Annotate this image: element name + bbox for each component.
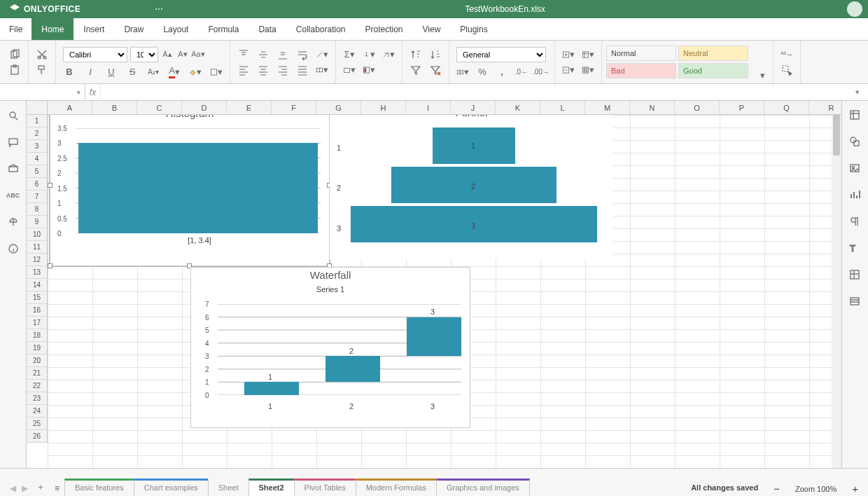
font-name[interactable]: Calibri — [63, 47, 127, 62]
chart-waterfall[interactable]: Waterfall Series 1 7 6 5 4 3 2 1 0 — [190, 267, 470, 428]
comments-icon[interactable] — [7, 136, 20, 149]
col-I[interactable]: I — [406, 101, 451, 114]
row-16[interactable]: 16 — [27, 304, 47, 317]
scroll-thumb[interactable] — [833, 113, 840, 156]
expand-formula-icon[interactable]: ▾ — [855, 88, 865, 97]
style-normal[interactable]: Normal — [606, 46, 676, 61]
comma-icon[interactable]: , — [496, 67, 508, 78]
col-M[interactable]: M — [585, 101, 630, 114]
col-Q[interactable]: Q — [764, 101, 809, 114]
more-icon[interactable]: ⋯ — [155, 4, 163, 14]
zoom-label[interactable]: Zoom 100% — [795, 485, 836, 493]
align-top-icon[interactable] — [237, 49, 250, 60]
currency-icon[interactable]: ▾ — [456, 67, 469, 78]
orientation-icon[interactable]: ▾ — [316, 49, 328, 60]
sum-icon[interactable]: Σ▾ — [343, 49, 356, 60]
dec-more-icon[interactable]: .00→ — [535, 67, 547, 78]
row-10[interactable]: 10 — [27, 228, 47, 241]
row-26[interactable]: 26 — [27, 430, 47, 443]
filter-clear-icon[interactable] — [429, 64, 442, 76]
shape-settings-icon[interactable] — [849, 136, 862, 149]
col-O[interactable]: O — [675, 101, 720, 114]
sheet-tab[interactable]: Chart examples — [134, 478, 209, 496]
format-cells-icon[interactable]: ▾ — [582, 64, 594, 76]
subsup-icon[interactable]: A₂▾ — [147, 67, 160, 78]
merge-icon[interactable]: ▾ — [316, 64, 328, 76]
change-case-icon[interactable]: Aa▾ — [192, 49, 204, 60]
row-17[interactable]: 17 — [27, 317, 47, 329]
row-25[interactable]: 25 — [27, 418, 47, 430]
fx-icon[interactable]: fx — [85, 84, 101, 100]
row-12[interactable]: 12 — [27, 254, 47, 266]
row-13[interactable]: 13 — [27, 266, 47, 279]
menu-protection[interactable]: Protection — [356, 18, 413, 40]
col-L[interactable]: L — [540, 101, 585, 114]
spellcheck-icon[interactable]: ABC — [7, 189, 20, 202]
sheet-tab[interactable]: Pivot Tables — [294, 478, 356, 496]
menu-home[interactable]: Home — [31, 18, 74, 40]
chart-funnel[interactable]: Funnel 1 2 3 1 2 3 — [330, 105, 613, 259]
sheet-list-icon[interactable]: ≡ — [49, 483, 65, 496]
font-color-icon[interactable]: A▾ — [168, 67, 181, 78]
row-22[interactable]: 22 — [27, 380, 47, 392]
chat-icon[interactable] — [7, 163, 20, 175]
menu-file[interactable]: File — [0, 18, 31, 40]
styles-more-icon[interactable]: ▾ — [756, 69, 769, 81]
menu-layout[interactable]: Layout — [153, 18, 198, 40]
row-14[interactable]: 14 — [27, 279, 47, 291]
col-D[interactable]: D — [182, 101, 227, 114]
row-8[interactable]: 8 — [27, 203, 47, 216]
paste-icon[interactable] — [8, 64, 21, 76]
para-settings-icon[interactable] — [849, 216, 862, 228]
row-24[interactable]: 24 — [27, 405, 47, 418]
row-3[interactable]: 3 — [27, 140, 47, 153]
row-9[interactable]: 9 — [27, 216, 47, 228]
fill-color-icon[interactable]: ▾ — [189, 67, 202, 78]
pivot-icon[interactable] — [849, 269, 862, 282]
col-C[interactable]: C — [137, 101, 182, 114]
zoom-out-icon[interactable]: − — [774, 483, 780, 495]
align-center-icon[interactable] — [257, 64, 270, 76]
cut-icon[interactable] — [36, 49, 48, 60]
column-headers[interactable]: ABCDEFGHIJKLMNOPQR — [27, 101, 841, 115]
style-neutral[interactable]: Neutral — [678, 46, 748, 61]
row-20[interactable]: 20 — [27, 354, 47, 367]
col-E[interactable]: E — [227, 101, 272, 114]
menu-view[interactable]: View — [413, 18, 451, 40]
col-K[interactable]: K — [496, 101, 540, 114]
col-F[interactable]: F — [272, 101, 316, 114]
col-J[interactable]: J — [451, 101, 496, 114]
menu-insert[interactable]: Insert — [74, 18, 114, 40]
namedrange-icon[interactable]: ▾ — [343, 64, 356, 76]
sheet-tab[interactable]: Modern Formulas — [356, 478, 437, 496]
row-6[interactable]: 6 — [27, 178, 47, 191]
clear-icon[interactable]: ▾ — [382, 49, 395, 60]
zoom-in-icon[interactable]: + — [852, 483, 858, 495]
align-left-icon[interactable] — [237, 64, 250, 76]
grow-font-icon[interactable]: A▴ — [161, 49, 174, 60]
bold-icon[interactable]: B — [63, 67, 76, 78]
cell-settings-icon[interactable] — [849, 109, 862, 122]
add-sheet-icon[interactable]: ＋ — [32, 481, 49, 496]
align-bot-icon[interactable] — [276, 49, 289, 60]
select-all-corner[interactable] — [27, 101, 48, 114]
row-15[interactable]: 15 — [27, 291, 47, 304]
borders-icon[interactable]: ▾ — [210, 67, 223, 78]
sheet-tab[interactable]: Sheet — [208, 478, 249, 496]
col-R[interactable]: R — [809, 101, 841, 114]
image-settings-icon[interactable] — [849, 163, 862, 175]
vertical-scrollbar[interactable] — [832, 101, 841, 468]
replace-icon[interactable]: ᴬᴮ↔ — [780, 49, 793, 60]
row-1[interactable]: 1 — [27, 115, 47, 128]
row-19[interactable]: 19 — [27, 342, 47, 354]
row-5[interactable]: 5 — [27, 165, 47, 178]
justify-icon[interactable] — [296, 64, 309, 76]
sheet-tab[interactable]: Sheet2 — [248, 478, 295, 496]
italic-icon[interactable]: I — [84, 67, 97, 78]
align-right-icon[interactable] — [276, 64, 289, 76]
feedback-icon[interactable] — [7, 216, 20, 228]
conditional-icon[interactable]: ▾ — [363, 64, 375, 76]
number-format[interactable]: General — [456, 47, 546, 62]
user-avatar[interactable] — [847, 1, 862, 17]
formula-input[interactable]: ▾ — [101, 84, 868, 100]
